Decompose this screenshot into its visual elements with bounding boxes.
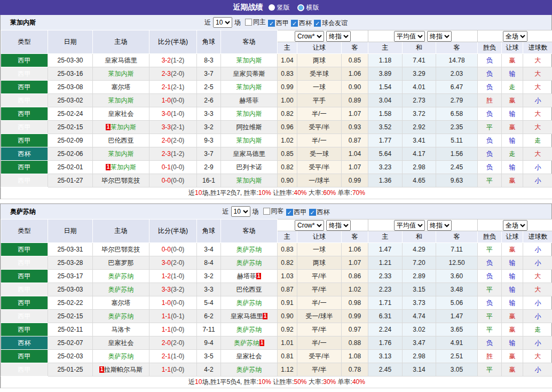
avg-draw-cell: 2.98 xyxy=(403,350,436,363)
away-team-link[interactable]: 奥萨苏纳 xyxy=(236,259,262,266)
filter-checkbox-西甲[interactable]: ✓西甲 xyxy=(268,19,289,28)
fulltime-select[interactable]: 全场 xyxy=(503,31,527,42)
home-team-link[interactable]: 马洛卡 xyxy=(112,326,131,333)
bookmaker-select[interactable]: Crow* xyxy=(295,220,324,231)
away-team-link[interactable]: 皇家马德里 xyxy=(231,312,263,320)
home-team-cell: 奥萨苏纳 xyxy=(93,350,149,363)
home-team-link[interactable]: 奥萨苏纳 xyxy=(108,272,134,280)
away-team-link[interactable]: 奥萨苏纳 xyxy=(236,246,262,253)
average-select[interactable]: 平均值 xyxy=(394,31,425,42)
radio-horizontal-layout[interactable]: 横版 xyxy=(297,3,319,12)
score-cell: 2-1(1-0) xyxy=(149,350,197,363)
score-cell: 1-1(0-1) xyxy=(149,310,197,323)
final-odds-select[interactable]: 终指 xyxy=(326,31,351,42)
corner-cell: 2-6 xyxy=(197,94,221,107)
summary-stat-value: 10 xyxy=(195,189,202,197)
score-cell: 3-0(2-0) xyxy=(149,256,197,270)
odds-home-cell: 0.83 xyxy=(278,243,297,256)
league-type-cell: 西甲 xyxy=(1,256,48,270)
away-team-link[interactable]: 莱加内斯 xyxy=(236,137,262,144)
home-team-link[interactable]: 奥萨苏纳 xyxy=(108,286,134,293)
avg-draw-cell: 3.47 xyxy=(403,336,436,350)
result-winloss-cell: 负 xyxy=(478,336,502,350)
fulltime-score: 1-1 xyxy=(162,326,171,333)
avg-draw-cell: 4.01 xyxy=(403,81,436,94)
home-team-link[interactable]: 莱加内斯 xyxy=(108,150,134,158)
home-team-link[interactable]: 莱加内斯 xyxy=(108,97,134,104)
filter-checkbox-西杯[interactable]: ✓西杯 xyxy=(309,208,330,217)
away-team-link[interactable]: 阿拉维斯 xyxy=(236,123,262,131)
home-team-link[interactable]: 拉斯帕尔马斯 xyxy=(104,366,143,373)
away-team-link[interactable]: 皇家马德里 xyxy=(233,150,265,158)
halftime-score: (0-0) xyxy=(171,366,184,373)
fulltime-score: 1-0 xyxy=(162,97,171,104)
home-team-link[interactable]: 皇家社会 xyxy=(108,110,134,117)
away-team-link[interactable]: 巴列卡诺 xyxy=(236,163,262,171)
match-date-cell: 25-03-17 xyxy=(48,270,93,283)
away-team-link[interactable]: 皇家贝蒂斯 xyxy=(233,70,265,77)
final-odds-select-2[interactable]: 终指 xyxy=(427,31,452,42)
halftime-score: (0-0) xyxy=(171,97,184,104)
fulltime-select[interactable]: 全场 xyxy=(503,220,527,231)
away-team-link[interactable]: 奥萨苏纳 xyxy=(236,366,262,373)
filter-checkbox-西杯[interactable]: ✓西杯 xyxy=(291,19,312,28)
match-row: 西甲25-03-30皇家马德里3-2(1-2)8-3莱加内斯1.04两球0.85… xyxy=(1,54,552,67)
odds-home-cell: 1.04 xyxy=(278,54,297,67)
away-team-link[interactable]: 奥萨苏纳 xyxy=(234,339,259,347)
away-team-link[interactable]: 莱加内斯 xyxy=(236,83,262,91)
filter-checkbox-球会友谊[interactable]: ✓球会友谊 xyxy=(314,19,348,28)
final-odds-select[interactable]: 终指 xyxy=(326,220,351,231)
fulltime-score: 3-3 xyxy=(162,123,171,131)
recent-count-select[interactable]: 10 xyxy=(213,17,232,28)
filter-checkbox-list: 同客✓西甲✓西杯 xyxy=(261,207,330,217)
recent-count-select[interactable]: 10 xyxy=(231,206,250,217)
score-cell: 3-2(1-2) xyxy=(149,54,197,67)
filter-controls: 近 10 场 同主✓西甲✓西杯✓球会友谊 xyxy=(204,17,348,28)
home-team-link[interactable]: 莱加内斯 xyxy=(111,163,136,171)
away-team-link[interactable]: 莱加内斯 xyxy=(236,57,262,64)
home-team-link[interactable]: 塞尔塔 xyxy=(112,83,131,91)
away-team-link[interactable]: 赫塔菲 xyxy=(237,272,256,280)
away-team-link[interactable]: 莱加内斯 xyxy=(236,177,262,184)
home-team-link[interactable]: 巴塞罗那 xyxy=(108,259,134,266)
avg-away-cell: 6.47 xyxy=(436,81,478,94)
radio-vertical-layout[interactable]: 竖版 xyxy=(269,3,290,12)
avg-away-cell: 4.91 xyxy=(436,336,478,350)
bookmaker-select[interactable]: Crow* xyxy=(295,31,324,42)
checkbox-label: 球会友谊 xyxy=(322,19,348,28)
home-team-link[interactable]: 皇家马德里 xyxy=(105,57,137,64)
average-select[interactable]: 平均值 xyxy=(394,220,425,231)
result-goals-cell: 小 xyxy=(523,336,552,350)
home-team-link[interactable]: 莱加内斯 xyxy=(111,123,136,131)
result-winloss-cell: 负 xyxy=(478,67,502,81)
home-team-link[interactable]: 奥萨苏纳 xyxy=(108,352,134,360)
summary-stat-value: 50% xyxy=(294,378,307,386)
away-team-link[interactable]: 奥萨苏纳 xyxy=(236,326,262,333)
home-team-link[interactable]: 毕尔巴鄂竞技 xyxy=(102,246,140,253)
home-team-link[interactable]: 莱加内斯 xyxy=(108,70,134,77)
away-team-link[interactable]: 奥萨苏纳 xyxy=(236,299,262,307)
home-team-link[interactable]: 毕尔巴鄂竞技 xyxy=(102,177,140,184)
fulltime-score: 0-0 xyxy=(162,246,171,253)
halftime-score: (1-0) xyxy=(171,110,184,117)
filter-checkbox-同客[interactable]: 同客 xyxy=(263,207,284,216)
away-team-link[interactable]: 莱加内斯 xyxy=(236,110,262,117)
avg-away-cell: 9.63 xyxy=(436,174,478,187)
away-team-link[interactable]: 皇家社会 xyxy=(236,352,262,360)
away-team-link[interactable]: 赫塔菲 xyxy=(240,97,259,104)
final-odds-select-2[interactable]: 终指 xyxy=(427,220,452,231)
odds-away-cell: 0.90 xyxy=(342,81,368,94)
home-team-link[interactable]: 巴伦西亚 xyxy=(108,137,134,144)
filter-checkbox-同主[interactable]: 同主 xyxy=(245,18,266,27)
odds-away-cell: 0.89 xyxy=(342,94,368,107)
col-home: 主场 xyxy=(93,219,149,243)
home-team-link[interactable]: 皇家社会 xyxy=(108,339,134,347)
home-team-link[interactable]: 塞尔塔 xyxy=(112,299,131,307)
odds-away-cell: 1.06 xyxy=(342,67,368,81)
fulltime-score: 3-3 xyxy=(162,286,171,293)
away-team-link[interactable]: 巴伦西亚 xyxy=(236,286,262,293)
score-cell: 1-2(1-0) xyxy=(149,270,197,283)
home-team-link[interactable]: 奥萨苏纳 xyxy=(108,312,134,320)
corner-cell: 3-2 xyxy=(197,270,221,283)
filter-checkbox-西甲[interactable]: ✓西甲 xyxy=(286,208,307,217)
